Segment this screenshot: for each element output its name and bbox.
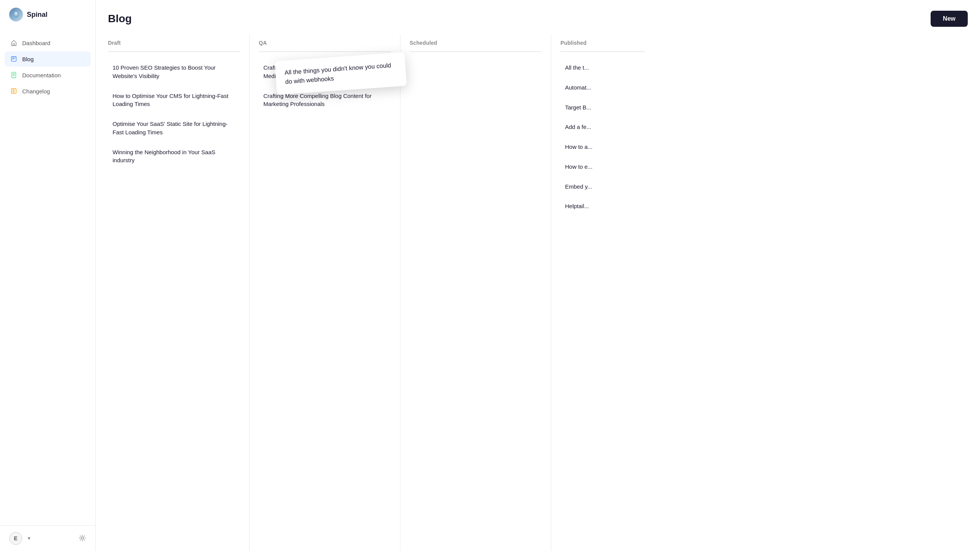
sidebar-item-dashboard-label: Dashboard [22,40,50,46]
column-qa-cards: Crafting Shareable Content: Tips for Soc… [259,55,391,114]
card-draft-2[interactable]: How to Optimise Your CMS for Lightning-F… [108,86,240,114]
card-published-6[interactable]: How to e... [560,157,645,176]
card-published-1[interactable]: All the t... [560,58,645,77]
sidebar-nav: Dashboard Blog Documentation [0,29,95,525]
column-draft: Draft 10 Proven SEO Strategies to Boost … [108,34,250,551]
card-draft-4[interactable]: Winning the Neighborhood in Your SaaS in… [108,143,240,170]
settings-icon[interactable] [78,534,86,543]
svg-point-7 [81,537,83,539]
column-published: Published All the t... Automat... Target… [560,34,645,551]
home-icon [10,39,18,47]
doc-icon [10,71,18,79]
column-scheduled-header: Scheduled [410,34,542,52]
column-scheduled-cards [410,55,542,58]
app-name: Spinal [27,11,47,19]
card-published-4[interactable]: Add a fe... [560,117,645,137]
sidebar-item-dashboard[interactable]: Dashboard [5,35,91,51]
sidebar-item-blog-label: Blog [22,56,34,62]
column-qa: QA Crafting Shareable Content: Tips for … [259,34,400,551]
card-published-7[interactable]: Embed y... [560,177,645,196]
card-draft-3[interactable]: Optimise Your SaaS' Static Site for Ligh… [108,114,240,142]
column-draft-header: Draft [108,34,240,52]
page-title: Blog [108,13,132,25]
svg-rect-3 [13,44,15,46]
svg-point-2 [15,12,17,14]
sidebar-bottom: E ▼ [0,525,95,551]
kanban-board: Draft 10 Proven SEO Strategies to Boost … [96,34,980,551]
sidebar-item-documentation-label: Documentation [22,72,61,78]
card-published-3[interactable]: Target B... [560,98,645,117]
column-published-cards: All the t... Automat... Target B... Add … [560,55,645,216]
blog-icon [10,55,18,63]
column-published-header: Published [560,34,645,52]
user-avatar[interactable]: E [9,532,22,545]
sidebar-item-changelog[interactable]: Changelog [5,83,91,99]
card-draft-1[interactable]: 10 Proven SEO Strategies to Boost Your W… [108,58,240,86]
sidebar-item-blog[interactable]: Blog [5,51,91,67]
logo-area: Spinal [0,0,95,29]
card-published-8[interactable]: Helptail... [560,197,645,216]
main-content: Blog New Draft 10 Proven SEO Strategies … [96,0,980,551]
column-scheduled: Scheduled [410,34,551,551]
sidebar-item-documentation[interactable]: Documentation [5,67,91,83]
column-qa-header: QA [259,34,391,52]
card-qa-2[interactable]: Crafting More Compelling Blog Content fo… [259,86,391,114]
card-qa-1[interactable]: Crafting Shareable Content: Tips for Soc… [259,58,391,86]
sidebar: Spinal Dashboard Blog [0,0,96,551]
new-button[interactable]: New [931,11,968,27]
card-published-2[interactable]: Automat... [560,78,645,97]
column-draft-cards: 10 Proven SEO Strategies to Boost Your W… [108,55,240,170]
chevron-down-icon[interactable]: ▼ [27,536,31,541]
svg-rect-5 [12,72,16,78]
page-header: Blog New [96,0,980,34]
sidebar-item-changelog-label: Changelog [22,88,50,95]
card-published-5[interactable]: How to a... [560,137,645,156]
changelog-icon [10,87,18,95]
logo-icon [9,8,23,21]
